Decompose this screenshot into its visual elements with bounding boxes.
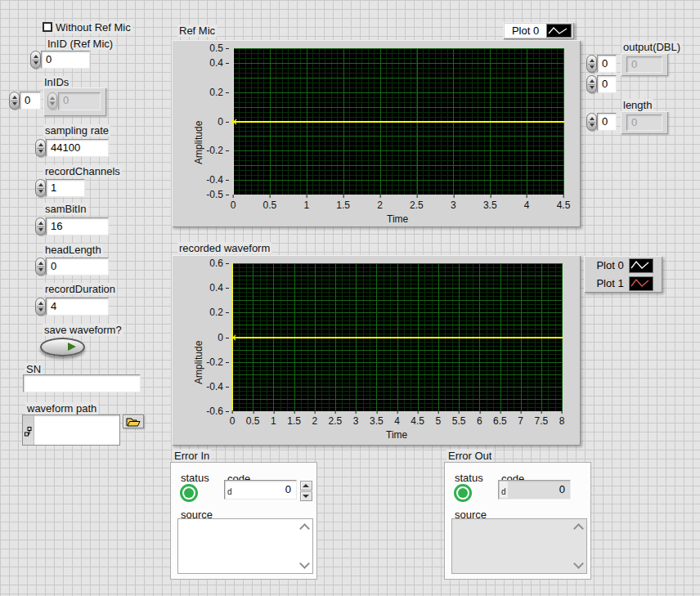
error-out-title: Error Out: [446, 450, 493, 462]
length-label: length: [621, 99, 653, 111]
path-type-strip: [23, 415, 34, 445]
legend-item-plot0-label[interactable]: Plot 0: [505, 24, 546, 38]
open-folder-icon: [126, 417, 141, 427]
ref-mic-x-axis-label: Time: [387, 213, 408, 225]
scroll-down-icon[interactable]: [299, 558, 310, 569]
scroll-up-icon[interactable]: [299, 523, 310, 534]
recorded-waveform-plot-area: [232, 263, 563, 411]
sn-label: SN: [25, 363, 43, 375]
error-in-code-input[interactable]: d 0: [224, 480, 297, 500]
sampling-rate-input[interactable]: 44100: [46, 139, 109, 157]
record-duration-label: recordDuration: [43, 283, 117, 295]
sam-bit-in-spinner[interactable]: [35, 217, 46, 235]
record-channels-label: recordChannels: [43, 165, 122, 177]
head-length-input[interactable]: 0: [46, 258, 109, 276]
legend-item-plot0-label[interactable]: Plot 0: [592, 258, 628, 272]
radix-indicator[interactable]: d: [227, 488, 232, 496]
error-out-status-led: [454, 484, 472, 502]
legend-item-plot1-line-icon[interactable]: [629, 276, 653, 291]
output-dbl-row-index[interactable]: 0: [597, 55, 617, 73]
sam-bit-in-label: samBitIn: [43, 203, 88, 215]
green-arrow-icon: [68, 343, 76, 351]
error-in-status-led[interactable]: [180, 484, 198, 502]
error-in-source-input[interactable]: [177, 518, 313, 574]
record-channels-spinner[interactable]: [35, 179, 46, 197]
error-in-cluster: status code d 0 source: [170, 462, 317, 580]
radix-indicator: d: [501, 488, 506, 496]
output-dbl-element-frame: 0: [621, 53, 668, 76]
error-out-code-value: 0: [559, 481, 565, 499]
error-out-status-label: status: [453, 472, 485, 484]
scroll-down-icon[interactable]: [573, 558, 584, 569]
ref-mic-graph-title: Ref Mic: [177, 25, 217, 37]
without-ref-mic-checkbox[interactable]: [43, 22, 52, 32]
without-ref-mic-label[interactable]: Without Ref Mic: [54, 21, 132, 34]
inids-element-spinner: [47, 92, 57, 110]
error-in-code-increment-button[interactable]: [300, 481, 312, 491]
ref-mic-y-tick-labels: 0.50.40.20-0.2-0.4-0.5: [196, 48, 227, 195]
inids-index-spinner[interactable]: [9, 92, 20, 110]
record-duration-input[interactable]: 4: [46, 298, 109, 316]
ref-mic-x-tick-labels: 00.511.522.533.544.5: [233, 199, 563, 211]
recorded-waveform-x-axis-label: Time: [386, 429, 407, 441]
inid-input[interactable]: 0: [41, 51, 90, 69]
waveform-path-input[interactable]: [22, 415, 120, 446]
recorded-waveform-graph-title: recorded waveform: [177, 242, 271, 254]
recorded-waveform-y-tick-labels: 0.60.40.20-0.2-0.4-0.6: [196, 263, 227, 411]
recorded-waveform-plot0-trace: [232, 337, 563, 338]
error-in-title: Error In: [173, 450, 211, 462]
legend-item-plot1-label[interactable]: Plot 1: [592, 276, 628, 290]
labview-front-panel: Without Ref Mic InID (Ref Mic) 0 InIDs 0…: [0, 0, 700, 596]
ref-mic-origin-marker: [231, 119, 237, 125]
browse-path-button[interactable]: [123, 415, 144, 428]
recorded-waveform-x-tick-labels: 00.511.522.533.544.555.566.577.58: [232, 415, 562, 427]
sampling-rate-spinner[interactable]: [35, 139, 46, 157]
length-index[interactable]: 0: [597, 113, 617, 131]
legend-item-plot0-line-icon[interactable]: [546, 24, 572, 38]
error-out-cluster: status code d 0 source: [444, 462, 591, 580]
save-waveform-toggle-button[interactable]: [40, 338, 85, 356]
scroll-up-icon[interactable]: [573, 523, 584, 534]
output-dbl-label: output(DBL): [621, 41, 682, 53]
error-in-status-label: status: [179, 472, 211, 484]
error-in-code-value: 0: [285, 481, 291, 499]
output-dbl-element-value: 0: [626, 56, 662, 73]
ref-mic-plot-area: [233, 48, 564, 195]
inid-label: InID (Ref Mic): [46, 38, 114, 50]
waveform-path-label: waveform path: [25, 402, 98, 415]
error-in-code-decrement-button[interactable]: [300, 491, 312, 501]
record-duration-spinner[interactable]: [35, 298, 46, 316]
error-out-code-indicator: d 0: [498, 480, 571, 500]
length-index-spinner[interactable]: [586, 113, 597, 131]
path-glyph-icon: [25, 427, 32, 437]
inids-label: InIDs: [43, 76, 70, 88]
save-waveform-label: save waveform?: [43, 324, 123, 336]
recorded-waveform-legend[interactable]: Plot 0 Plot 1: [584, 256, 662, 293]
sam-bit-in-input[interactable]: 16: [46, 217, 109, 235]
head-length-spinner[interactable]: [35, 258, 46, 276]
sn-input[interactable]: [23, 374, 141, 392]
inids-element-frame: 0: [43, 87, 106, 116]
length-element-value: 0: [626, 114, 662, 131]
head-length-label: headLength: [43, 244, 103, 256]
ref-mic-legend[interactable]: Plot 0: [503, 22, 574, 39]
inids-index-input[interactable]: 0: [20, 92, 41, 110]
inids-element-value: 0: [58, 92, 101, 110]
recorded-waveform-origin-marker: [230, 334, 236, 341]
legend-item-plot0-line-icon[interactable]: [629, 258, 653, 273]
output-dbl-col-index-spinner[interactable]: [586, 75, 597, 93]
output-dbl-row-index-spinner[interactable]: [586, 55, 597, 73]
error-out-source-indicator: [451, 518, 587, 574]
record-channels-input[interactable]: 1: [46, 179, 85, 197]
inid-spinner[interactable]: [30, 51, 41, 69]
length-element-frame: 0: [621, 111, 668, 134]
output-dbl-col-index[interactable]: 0: [597, 75, 617, 93]
sampling-rate-label: sampling rate: [43, 124, 110, 137]
ref-mic-plot0-trace: [233, 121, 564, 123]
